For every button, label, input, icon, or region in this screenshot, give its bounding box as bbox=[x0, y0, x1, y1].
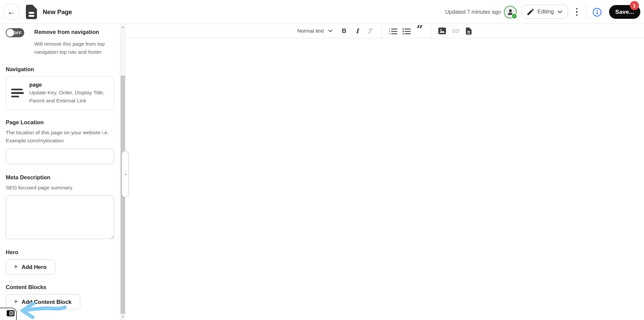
collapse-left-icon: ◂ bbox=[124, 172, 126, 176]
svg-text:3: 3 bbox=[389, 33, 390, 35]
page-location-help: The location of this page on your webist… bbox=[6, 129, 114, 145]
rich-text-toolbar: Normal text B I 1 2 3 bbox=[126, 24, 644, 38]
kebab-dot bbox=[576, 14, 578, 16]
bold-button[interactable]: B bbox=[340, 26, 348, 36]
blockquote-icon: ” bbox=[416, 28, 423, 34]
topbar-divider bbox=[586, 5, 586, 19]
chevron-down-icon bbox=[558, 10, 562, 13]
page-settings-sidebar: OFF Remove from navigation Will remove t… bbox=[0, 24, 120, 320]
pencil-icon bbox=[527, 9, 534, 15]
check-icon: ✓ bbox=[513, 14, 516, 18]
bullet-list-button[interactable] bbox=[402, 26, 411, 36]
insert-link-button[interactable] bbox=[451, 26, 460, 36]
editing-mode-button[interactable]: Editing bbox=[522, 5, 568, 19]
back-arrow-icon: ← bbox=[7, 8, 15, 16]
last-updated-text: Updated 7 minutes ago bbox=[445, 0, 501, 24]
toggle-knob bbox=[6, 29, 14, 37]
meta-description-textarea[interactable] bbox=[6, 195, 114, 239]
panel-toggle-button[interactable] bbox=[6, 310, 14, 317]
svg-text:1: 1 bbox=[389, 28, 390, 30]
page-location-heading: Page Location bbox=[6, 119, 114, 126]
italic-button[interactable]: I bbox=[353, 26, 361, 36]
page-document-icon bbox=[26, 5, 37, 19]
ordered-list-icon: 1 2 3 bbox=[389, 28, 397, 35]
insert-image-button[interactable] bbox=[438, 26, 446, 36]
kebab-dot bbox=[576, 8, 578, 10]
plus-icon: + bbox=[14, 263, 18, 271]
annotation-arrow-icon bbox=[17, 300, 70, 320]
clear-formatting-icon bbox=[367, 28, 374, 35]
document-icon bbox=[466, 28, 472, 35]
hero-heading: Hero bbox=[6, 249, 114, 256]
avatar-check-badge: ✓ bbox=[511, 13, 517, 19]
image-icon bbox=[438, 28, 446, 34]
remove-from-navigation-help: Will remove this page from top navigatio… bbox=[34, 40, 114, 56]
add-hero-button[interactable]: + Add Hero bbox=[6, 259, 55, 275]
insert-document-button[interactable] bbox=[465, 26, 473, 36]
user-avatar[interactable]: ✓ bbox=[504, 6, 517, 18]
text-style-dropdown[interactable]: Normal text bbox=[297, 28, 332, 34]
meta-description-heading: Meta Description bbox=[6, 174, 114, 181]
drag-handle-icon bbox=[11, 89, 24, 98]
badge-count: 1 bbox=[633, 3, 636, 8]
chevron-down-icon bbox=[328, 30, 332, 32]
nav-card-description: Update Key, Order, Display Title, Parent… bbox=[29, 89, 111, 105]
scroll-down-arrow-icon[interactable]: ▼ bbox=[120, 314, 125, 319]
unsaved-count-badge: 1 bbox=[630, 1, 639, 10]
remove-from-navigation-toggle[interactable]: OFF bbox=[6, 28, 24, 37]
info-button[interactable] bbox=[593, 8, 602, 17]
meta-description-help: SEO focused page summary bbox=[6, 184, 114, 192]
sidebar-collapse-handle[interactable]: ◂ bbox=[122, 151, 129, 197]
bold-label: B bbox=[342, 27, 347, 35]
navigation-heading: Navigation bbox=[6, 66, 114, 73]
editor-canvas[interactable] bbox=[126, 39, 644, 320]
toggle-state-label: OFF bbox=[13, 28, 22, 37]
editing-mode-label: Editing bbox=[537, 9, 554, 15]
add-hero-label: Add Hero bbox=[22, 264, 46, 270]
side-panel-icon bbox=[7, 310, 14, 316]
remove-from-navigation-row: OFF Remove from navigation Will remove t… bbox=[6, 28, 114, 56]
nav-card-title: page bbox=[29, 81, 111, 89]
page-editor-app: ← New Page Updated 7 minutes ago ✓ Editi… bbox=[0, 0, 644, 320]
ordered-list-button[interactable]: 1 2 3 bbox=[389, 26, 397, 36]
page-title: New Page bbox=[43, 0, 72, 24]
toolbar-divider bbox=[431, 24, 431, 38]
more-options-button[interactable] bbox=[572, 4, 581, 19]
text-style-value: Normal text bbox=[297, 28, 324, 34]
remove-from-navigation-label: Remove from navigation bbox=[34, 28, 114, 36]
page-location-input[interactable] bbox=[6, 149, 114, 164]
kebab-dot bbox=[576, 11, 578, 13]
bullet-list-icon bbox=[402, 28, 411, 35]
clear-formatting-button[interactable] bbox=[366, 26, 374, 36]
info-icon bbox=[593, 8, 602, 17]
svg-text:2: 2 bbox=[389, 30, 390, 33]
navigation-page-card[interactable]: page Update Key, Order, Display Title, P… bbox=[6, 76, 114, 110]
bottom-left-panel bbox=[0, 308, 17, 320]
back-button[interactable]: ← bbox=[3, 4, 19, 19]
scroll-up-arrow-icon[interactable]: ▲ bbox=[120, 25, 125, 30]
top-bar: ← New Page Updated 7 minutes ago ✓ Editi… bbox=[0, 0, 644, 24]
toolbar-divider bbox=[381, 24, 382, 38]
content-blocks-heading: Content Blocks bbox=[6, 284, 114, 290]
save-button-label: Save... bbox=[615, 9, 634, 15]
link-icon bbox=[451, 27, 460, 35]
italic-label: I bbox=[356, 27, 359, 35]
blockquote-button[interactable]: ” bbox=[416, 26, 424, 36]
